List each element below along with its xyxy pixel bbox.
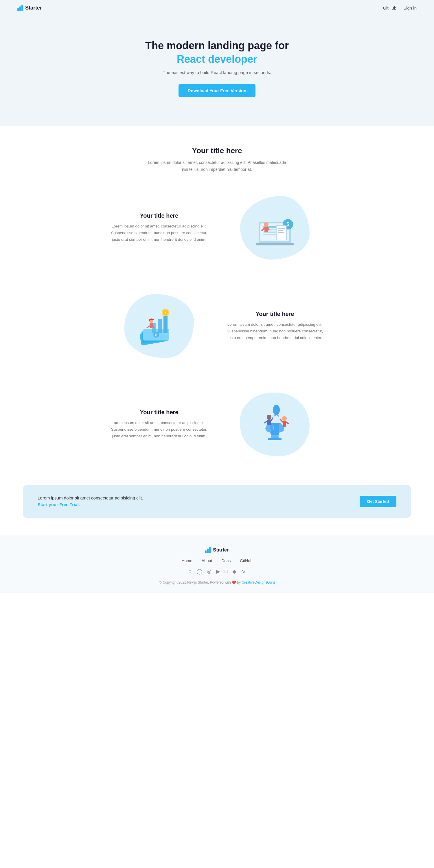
feature-3-blob bbox=[240, 393, 310, 456]
feature-3-title: Your title here bbox=[110, 409, 208, 416]
cta-description: Lorem ipsum dolor sit amet consectetur a… bbox=[38, 495, 143, 500]
footer-link-home[interactable]: Home bbox=[181, 558, 192, 563]
feature-row-1: Your title here Lorem ipsum dolor sit am… bbox=[87, 179, 347, 277]
hero-cta-button[interactable]: Download Your Free Version bbox=[178, 84, 256, 97]
linkedin-icon[interactable]: □ bbox=[225, 568, 228, 575]
footer-link-docs[interactable]: Docs bbox=[221, 558, 231, 563]
svg-point-35 bbox=[267, 415, 271, 420]
nav-github[interactable]: GitHub bbox=[383, 5, 396, 10]
svg-rect-10 bbox=[264, 227, 268, 232]
section-title: Your title here bbox=[11, 146, 423, 155]
footer-link-about[interactable]: About bbox=[202, 558, 212, 563]
svg-rect-29 bbox=[150, 323, 153, 328]
section-description: Lorem ipsum dolor sit amet, consectetur … bbox=[145, 159, 289, 173]
footer: Starter Home About Docs GitHub ○ ◯ ◎ ▶ □… bbox=[0, 535, 434, 593]
brand-logo[interactable]: Starter bbox=[17, 5, 42, 11]
rss-icon[interactable]: ∿ bbox=[241, 568, 245, 575]
svg-line-41 bbox=[280, 419, 283, 422]
svg-rect-15 bbox=[278, 230, 284, 231]
creator-link[interactable]: CreativeDesignsGuru bbox=[241, 580, 275, 584]
svg-text:$: $ bbox=[286, 221, 289, 227]
feature-row-3: Your title here Lorem ipsum dolor sit am… bbox=[87, 375, 347, 473]
cta-free-trial-link[interactable]: Start your Free Trial. bbox=[38, 502, 80, 507]
github-icon[interactable]: ○ bbox=[189, 568, 192, 575]
feature-1-title: Your title here bbox=[110, 212, 208, 219]
svg-rect-6 bbox=[256, 243, 294, 245]
footer-logo: Starter bbox=[6, 547, 428, 553]
finance-illustration: $ $ bbox=[135, 303, 184, 349]
feature-1-description: Lorem ipsum dolor sit amet, consectetur … bbox=[110, 223, 208, 243]
svg-rect-32 bbox=[271, 435, 279, 438]
feature-2-text: Your title here Lorem ipsum dolor sit am… bbox=[226, 311, 324, 341]
copyright-text: © Copyright 2021 Nextjs Starter. Powered… bbox=[159, 580, 241, 584]
svg-rect-23 bbox=[158, 319, 162, 333]
footer-logo-icon bbox=[205, 547, 211, 553]
brand-name: Starter bbox=[25, 5, 42, 11]
feature-1-image: $ bbox=[226, 196, 324, 259]
nav-links: GitHub Sign in bbox=[383, 5, 417, 10]
svg-line-30 bbox=[147, 326, 150, 328]
cta-get-started-button[interactable]: Get Started bbox=[359, 496, 396, 507]
footer-brand-name: Starter bbox=[213, 547, 229, 553]
svg-rect-16 bbox=[278, 232, 284, 233]
svg-text:$: $ bbox=[155, 333, 157, 337]
svg-point-34 bbox=[273, 405, 280, 415]
feature-1-blob: $ bbox=[240, 196, 310, 259]
twitter-icon[interactable]: ◎ bbox=[207, 568, 211, 575]
hero-section: The modern landing page for React develo… bbox=[0, 16, 434, 126]
trophy-illustration bbox=[250, 401, 299, 447]
hero-subtitle: The easiest way to build React landing p… bbox=[11, 70, 423, 75]
feature-2-blob: $ $ bbox=[124, 294, 194, 358]
facebook-icon[interactable]: ◯ bbox=[197, 568, 202, 575]
nav-signin[interactable]: Sign in bbox=[403, 5, 417, 10]
logo-icon bbox=[17, 5, 23, 11]
feature-3-description: Lorem ipsum dolor sit amet, consectetur … bbox=[110, 420, 208, 440]
feature-2-description: Lorem ipsum dolor sit amet, consectetur … bbox=[226, 321, 324, 341]
youtube-icon[interactable]: ▶ bbox=[216, 568, 220, 575]
section-title-block: Your title here Lorem ipsum dolor sit am… bbox=[0, 126, 434, 179]
hero-line1: The modern landing page for bbox=[11, 39, 423, 53]
svg-rect-40 bbox=[283, 421, 286, 427]
svg-rect-36 bbox=[267, 420, 271, 425]
commerce-illustration: $ bbox=[250, 205, 299, 251]
svg-rect-33 bbox=[268, 438, 282, 440]
svg-rect-14 bbox=[278, 228, 285, 229]
navbar: Starter GitHub Sign in bbox=[0, 0, 434, 16]
footer-social-icons: ○ ◯ ◎ ▶ □ ◆ ∿ bbox=[6, 568, 428, 575]
feature-1-text: Your title here Lorem ipsum dolor sit am… bbox=[110, 212, 208, 243]
feature-3-image bbox=[226, 393, 324, 456]
feature-row-2: Your title here Lorem ipsum dolor sit am… bbox=[87, 277, 347, 375]
svg-rect-24 bbox=[164, 314, 168, 333]
footer-copyright: © Copyright 2021 Nextjs Starter. Powered… bbox=[6, 580, 428, 584]
feature-2-title: Your title here bbox=[226, 311, 324, 317]
cta-text-block: Lorem ipsum dolor sit amet consectetur a… bbox=[38, 495, 143, 507]
svg-text:$: $ bbox=[165, 311, 166, 314]
footer-link-github[interactable]: GitHub bbox=[240, 558, 253, 563]
footer-links: Home About Docs GitHub bbox=[6, 558, 428, 563]
hero-line2: React developer bbox=[11, 53, 423, 65]
svg-line-37 bbox=[265, 421, 267, 423]
svg-point-39 bbox=[282, 416, 287, 421]
svg-point-9 bbox=[264, 222, 268, 227]
svg-line-38 bbox=[271, 418, 273, 421]
instagram-icon[interactable]: ◆ bbox=[232, 568, 236, 575]
svg-line-42 bbox=[286, 422, 288, 424]
feature-3-text: Your title here Lorem ipsum dolor sit am… bbox=[110, 409, 208, 440]
cta-banner: Lorem ipsum dolor sit amet consectetur a… bbox=[23, 485, 411, 518]
feature-2-image: $ $ bbox=[110, 294, 208, 358]
